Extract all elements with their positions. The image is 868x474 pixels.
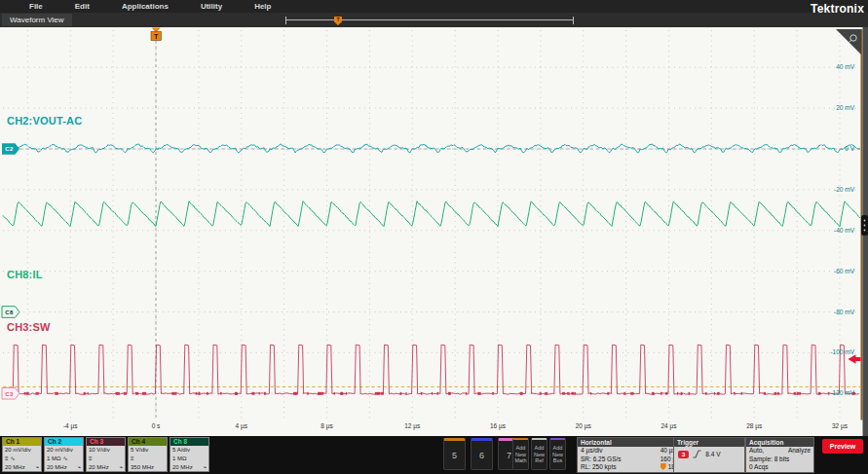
y-axis-label: 20 mV xyxy=(815,104,854,111)
ch3-baseline-noise xyxy=(293,392,296,395)
ch3-baseline-noise xyxy=(654,392,655,395)
probe-icon: ⌁ xyxy=(119,463,123,472)
grip-dot xyxy=(864,225,866,227)
ground-icon: ≡ xyxy=(89,455,93,463)
channel-badge-ch1[interactable]: Ch 120 mV/div≡∿20 MHz⌁ xyxy=(2,437,42,472)
ch3-baseline-noise xyxy=(734,392,736,395)
channel-coupling-row: 1 MΩ xyxy=(170,455,208,463)
ch3-baseline-noise xyxy=(56,392,57,395)
ch3-baseline-noise xyxy=(334,392,335,395)
channel-badge-ch8[interactable]: Ch 85 A/div1 MΩ20 MHz⌁ xyxy=(170,437,209,472)
y-axis-label: 0 V xyxy=(815,145,854,152)
channel-scale-row: 20 mV/div xyxy=(45,446,83,455)
y-axis-label: -20 mV xyxy=(815,186,854,193)
ch3-baseline-noise xyxy=(144,392,147,395)
add-new-bus-button[interactable]: AddNewBus xyxy=(549,438,566,470)
plot-background xyxy=(0,27,863,436)
menu-bar: FileEditApplicationsUtilityHelp xyxy=(0,0,868,13)
ch3-baseline-noise xyxy=(346,392,347,395)
ch3-baseline-noise xyxy=(631,392,633,395)
ch8-zero-badge-label: C8 xyxy=(5,310,14,315)
ch3-baseline-noise xyxy=(175,392,177,395)
ch3-baseline-noise xyxy=(135,392,138,395)
ch3-baseline-noise xyxy=(466,392,467,395)
channel-scale-row: 5 V/div xyxy=(129,446,167,455)
probe-icon: ⌁ xyxy=(203,463,207,472)
ch3-baseline-noise xyxy=(375,392,376,395)
trigger-panel[interactable]: Trigger 3 8.4 V xyxy=(673,437,745,473)
ch3-zero-badge-label: C3 xyxy=(5,391,14,397)
y-axis-label: -100 mV xyxy=(815,348,854,355)
channel-coupling-row: ≡ xyxy=(87,455,125,463)
oscilloscope-screen: { "app": { "menu_items": ["File", "Edit"… xyxy=(0,0,868,474)
record-overview-minimap[interactable]: T xyxy=(285,17,574,24)
channel-scale-value: 20 mV/div xyxy=(5,446,31,455)
ch3-baseline-noise xyxy=(545,392,547,395)
ch3-baseline-noise xyxy=(623,392,625,395)
x-axis-label: 4 µs xyxy=(225,422,258,429)
ch3-baseline-noise xyxy=(264,392,265,395)
menu-item-utility[interactable]: Utility xyxy=(201,2,222,11)
ch3-baseline-noise xyxy=(318,392,320,395)
ch3-baseline-noise xyxy=(421,392,423,395)
acquisition-panel[interactable]: Acquisition Auto, Analyze Sample: 8 bits… xyxy=(745,437,814,473)
channel-badge-ch3[interactable]: Ch 310 V/div≡20 MHz⌁ xyxy=(86,437,126,472)
add-new-math-button[interactable]: AddNewMath xyxy=(512,438,529,470)
channel-slot-button-6[interactable]: 6 xyxy=(471,438,493,470)
x-axis-label: 0 s xyxy=(139,422,172,429)
trigger-settings-row: 3 8.4 V xyxy=(674,447,744,461)
trigger-flag-label: T xyxy=(154,33,159,40)
acquisition-analyze-label: Analyze xyxy=(788,447,811,456)
channel-bandwidth-value: 20 MHz xyxy=(89,463,109,472)
channel-badge-header: Ch 2 xyxy=(45,438,83,446)
ch3-baseline-noise xyxy=(794,392,796,395)
menu-item-help[interactable]: Help xyxy=(254,2,271,11)
channel-bandwidth-row: 350 MHz xyxy=(129,463,167,472)
channel-badge-ch4[interactable]: Ch 45 V/div≡350 MHz xyxy=(128,437,168,472)
channel-bandwidth-row: 20 MHz⌁ xyxy=(87,463,125,472)
ch3-baseline-noise xyxy=(449,392,450,395)
channel-badge-ch2[interactable]: Ch 220 mV/div1 MΩ∿20 MHz⌁ xyxy=(44,437,84,472)
ac-coupling-icon: ∿ xyxy=(11,455,16,463)
trigger-position-icon xyxy=(660,463,666,470)
ch2-zero-badge-label: C2 xyxy=(5,146,14,152)
channel-scale-value: 5 V/div xyxy=(131,446,148,455)
channel-scale-row: 5 A/div xyxy=(170,446,208,455)
ch3-baseline-noise xyxy=(689,392,691,395)
x-axis-label: 32 µs xyxy=(823,422,856,429)
ch3-baseline-noise xyxy=(36,392,39,395)
acquisition-sample-depth: Sample: 8 bits xyxy=(749,456,789,464)
x-axis-label: 24 µs xyxy=(653,422,686,429)
ac-coupling-icon: ∿ xyxy=(63,455,68,463)
menu-item-file[interactable]: File xyxy=(29,2,43,11)
ch3-baseline-noise xyxy=(492,392,494,395)
channel-scale-row: 20 mV/div xyxy=(3,446,41,455)
waveform-plot-area: TC2C8C3 40 mV20 mV0 V-20 mV-40 mV-60 mV-… xyxy=(0,27,868,436)
channel-scale-value: 20 mV/div xyxy=(47,446,73,455)
channel-bandwidth-value: 20 MHz xyxy=(172,463,193,472)
channel-slot-button-5[interactable]: 5 xyxy=(443,438,466,470)
add-new-ref-button[interactable]: AddNewRef xyxy=(531,438,547,470)
ch3-baseline-noise xyxy=(377,392,380,395)
channel-scale-value: 10 V/div xyxy=(89,446,110,455)
channel-badge-header: Ch 3 xyxy=(87,438,125,446)
trigger-source-badge: 3 xyxy=(678,451,689,458)
channel-bandwidth-value: 20 MHz xyxy=(5,463,25,472)
ch3-baseline-noise xyxy=(660,392,662,395)
probe-icon: ⌁ xyxy=(77,463,81,472)
ch3-baseline-noise xyxy=(432,392,433,395)
ch3-baseline-noise xyxy=(607,392,609,395)
ch3-baseline-noise xyxy=(774,392,776,395)
menu-item-applications[interactable]: Applications xyxy=(122,2,169,11)
acquisition-count: 0 Acqs xyxy=(749,463,769,472)
minimap-record-line xyxy=(286,19,573,20)
preview-button[interactable]: Preview xyxy=(822,439,863,454)
ch3-baseline-noise xyxy=(590,392,591,395)
minimap-trigger-flag[interactable]: T xyxy=(334,17,342,25)
tab-waveform-view[interactable]: Waveform View xyxy=(2,14,72,26)
ch3-baseline-noise xyxy=(764,392,766,395)
ch3-baseline-noise xyxy=(381,392,384,395)
ch3-baseline-noise xyxy=(24,392,26,395)
x-axis-label: -4 µs xyxy=(54,422,87,429)
menu-item-edit[interactable]: Edit xyxy=(75,2,90,11)
